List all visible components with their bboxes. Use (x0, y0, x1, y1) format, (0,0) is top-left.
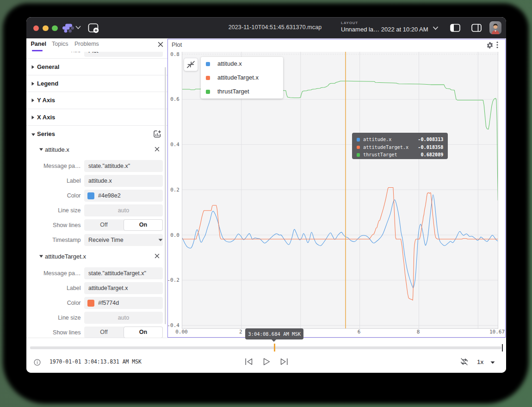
playback-bar: 1970-01-01 3:04:13.831 AM MSK 1x (26, 338, 506, 373)
playback-timestamp: 1970-01-01 3:04:13.831 AM MSK (49, 358, 142, 365)
section-series[interactable]: Series (26, 125, 167, 142)
series-node-title: attitudeTarget.x (45, 253, 86, 260)
collapsed-arrow-icon (31, 81, 35, 86)
layout-selector[interactable]: LAYOUT Unnamed la… 2022 at 10:20 AM (341, 21, 442, 33)
window-title: 2023-11-10T04:51:45.631370.mcap (202, 24, 348, 31)
sidebar-close-icon[interactable] (158, 42, 163, 47)
tooltip-series-value: 0.682089 (421, 152, 443, 157)
collapsed-arrow-icon (31, 115, 35, 120)
message-path-label: Message pa… (43, 163, 81, 169)
message-path-input[interactable]: state."attitudeTarget.x" (84, 267, 163, 279)
legend-item-attitude-x[interactable]: attitude.x (201, 57, 283, 71)
series-line-attitude.x (182, 195, 498, 288)
tab-problems[interactable]: Problems (74, 41, 99, 47)
layout-chevron-icon[interactable] (433, 26, 439, 31)
collapsed-arrow-icon (31, 98, 35, 103)
title-field-input[interactable]: Plot (84, 52, 163, 57)
color-input[interactable]: #f5774d (84, 297, 163, 309)
panel-menu-icon[interactable] (496, 41, 498, 49)
show-lines-toggle: Off On (84, 219, 163, 231)
tooltip-row: attitude.x -0.008313 (352, 136, 448, 144)
color-input[interactable]: #4e98e2 (84, 190, 163, 202)
y-tick-label: 0.6 (160, 96, 179, 102)
layout-name: Unnamed la… 2022 at 10:20 AM (341, 26, 442, 33)
series-node-attitude-target-x[interactable]: attitudeTarget.x (26, 250, 167, 264)
section-general[interactable]: General (26, 58, 167, 75)
title-bar: 2023-11-10T04:51:45.631370.mcap LAYOUT U… (26, 17, 506, 38)
seek-forward-button[interactable] (279, 358, 289, 366)
series-line-thrustTarget (182, 81, 498, 200)
label-input[interactable]: attitudeTarget.x (84, 282, 163, 294)
message-path-input[interactable]: state."attitude.x" (84, 160, 163, 172)
foxglove-logo-icon[interactable] (62, 22, 75, 34)
section-y-axis[interactable]: Y Axis (26, 92, 167, 108)
playback-speed[interactable]: 1x (477, 358, 483, 365)
label-input[interactable]: attitude.x (84, 175, 163, 187)
color-label: Color (67, 192, 81, 199)
plot-legend: attitude.x attitudeTarget.x thrustTarget (201, 57, 283, 99)
x-tick-label: 0.00 (175, 329, 188, 335)
close-window-button[interactable] (33, 25, 39, 31)
y-tick-label: -0.4 (160, 322, 179, 328)
tab-panel[interactable]: Panel (31, 41, 46, 47)
minimize-window-button[interactable] (43, 25, 49, 31)
speed-caret-icon[interactable] (490, 361, 495, 364)
legend-swatch-blue (206, 62, 210, 66)
section-x-axis[interactable]: X Axis (26, 109, 167, 125)
color-label: Color (67, 300, 81, 306)
line-size-input[interactable]: auto (84, 204, 163, 216)
right-sidebar-toggle-icon[interactable] (471, 23, 482, 32)
legend-collapse-button[interactable] (184, 58, 198, 71)
show-lines-off-button[interactable]: Off (84, 327, 124, 338)
remove-series-icon[interactable] (155, 253, 160, 259)
title-field-label: Title (70, 52, 80, 54)
section-title: Y Axis (37, 97, 55, 104)
section-legend[interactable]: Legend (26, 75, 167, 92)
app-menu-chevron-icon[interactable] (75, 25, 81, 30)
tooltip-row: attitudeTarget.x -0.018358 (352, 144, 448, 152)
info-icon[interactable] (34, 359, 41, 366)
show-lines-toggle: Off On (84, 327, 163, 338)
user-avatar[interactable] (489, 21, 501, 34)
zoom-window-button[interactable] (52, 25, 58, 31)
show-lines-on-button[interactable]: On (124, 219, 163, 231)
left-sidebar-toggle-icon[interactable] (450, 23, 461, 32)
remove-series-icon[interactable] (155, 147, 160, 152)
loop-off-icon[interactable] (460, 358, 469, 366)
color-swatch[interactable] (87, 192, 94, 199)
scrubber-hover-tooltip: 3:04:08.684 AM MSK (245, 328, 303, 339)
line-size-input[interactable]: auto (84, 312, 163, 324)
scrubber-playhead[interactable] (502, 344, 503, 352)
tooltip-swatch-green (357, 153, 360, 157)
x-tick-label: 6 (358, 329, 361, 335)
expanded-arrow-icon (39, 148, 43, 151)
series-node-attitude-x[interactable]: attitude.x (26, 143, 167, 157)
panel-settings-gear-icon[interactable] (486, 42, 494, 49)
add-panel-icon[interactable] (87, 22, 99, 34)
show-lines-label: Show lines (53, 329, 80, 336)
color-swatch[interactable] (87, 300, 94, 307)
left-sidebar: Panel Topics Problems Title Plot General (26, 38, 167, 338)
collapsed-arrow-icon (31, 65, 35, 69)
y-tick-label: 0.2 (160, 187, 179, 193)
timestamp-select[interactable]: Receive Time (84, 234, 163, 246)
show-lines-off-button[interactable]: Off (84, 219, 124, 231)
tab-topics[interactable]: Topics (52, 41, 68, 47)
seek-backward-button[interactable] (244, 358, 254, 366)
plot-panel-title: Plot (172, 41, 182, 48)
show-lines-label: Show lines (53, 222, 80, 228)
x-axis-labels: 0.00246810.67 (182, 329, 498, 336)
legend-item-thrust-target[interactable]: thrustTarget (201, 85, 283, 99)
tooltip-series-name: thrustTarget (363, 152, 397, 157)
legend-item-attitude-target-x[interactable]: attitudeTarget.x (201, 71, 283, 85)
legend-label: thrustTarget (217, 88, 249, 95)
tooltip-series-name: attitude.x (363, 137, 391, 142)
y-axis-labels: 0.80.60.40.20.0-0.2-0.4 (160, 52, 179, 329)
show-lines-on-button[interactable]: On (124, 327, 163, 338)
plot-hover-tooltip: attitude.x -0.008313 attitudeTarget.x -0… (352, 133, 448, 159)
series-node-title: attitude.x (45, 146, 69, 153)
tooltip-series-value: -0.008313 (418, 137, 443, 142)
playback-scrubber[interactable] (30, 346, 501, 349)
play-button[interactable] (262, 358, 271, 366)
tooltip-swatch-blue (357, 138, 360, 142)
